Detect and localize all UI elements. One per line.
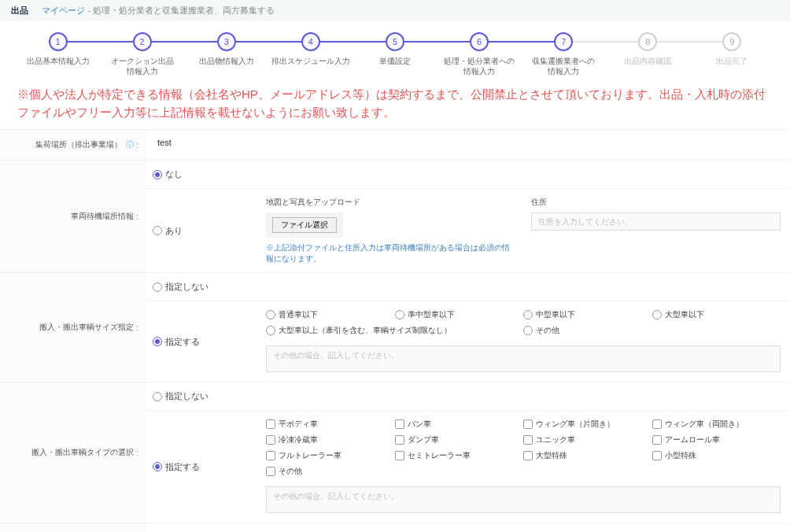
type-opt[interactable]: フルトレーラー車 — [266, 450, 395, 461]
type-other-input[interactable] — [266, 486, 781, 513]
step-4: 4排出スケジュール入力 — [268, 32, 353, 66]
size-opt[interactable]: 中型車以下 — [523, 309, 652, 320]
radio-type-nospec[interactable]: 指定しない — [153, 390, 209, 402]
step-5: 5単価設定 — [353, 32, 437, 66]
pickup-value: test — [146, 130, 790, 160]
size-opt[interactable]: その他 — [523, 325, 652, 336]
size-other-input[interactable] — [266, 345, 781, 372]
label-loadreq: 収集運搬業者へ積込み依頼: — [0, 523, 146, 532]
type-opt[interactable]: その他 — [266, 466, 395, 477]
label-parking: 車両待機場所情報: — [0, 161, 146, 272]
address-input[interactable] — [531, 212, 781, 231]
step-8: 8出品内容確認 — [606, 32, 690, 66]
type-opt[interactable]: セミトレーラー車 — [395, 450, 524, 461]
type-opt[interactable]: ユニック車 — [523, 434, 652, 445]
size-opt[interactable]: 大型車以下 — [652, 309, 781, 320]
type-opt[interactable]: 小型特殊 — [652, 450, 781, 461]
upload-title: 地図と写真をアップロード — [266, 197, 515, 208]
radio-size-nospec[interactable]: 指定しない — [153, 281, 209, 293]
type-opt[interactable]: 冷凍冷蔵車 — [266, 434, 395, 445]
label-type: 搬入・搬出車輌タイプの選択: — [0, 382, 146, 523]
step-3: 3出品物情報入力 — [184, 32, 268, 66]
type-opt[interactable]: アームロール車 — [652, 434, 781, 445]
label-pickup: 集荷場所（排出事業場） ⓘ: — [0, 130, 146, 160]
breadcrumb-text: - 処理・処分業者と収集運搬業者、両方募集する — [87, 6, 275, 15]
breadcrumb: 出品 マイページ - 処理・処分業者と収集運搬業者、両方募集する — [0, 0, 790, 21]
breadcrumb-brand: 出品 — [11, 6, 28, 15]
step-2: 2オークション出品 情報入力 — [100, 32, 184, 76]
parking-note: ※上記添付ファイルと住所入力は車両待機場所がある場合は必須の情報になります。 — [266, 242, 515, 264]
radio-size-spec[interactable]: 指定する — [153, 336, 200, 348]
step-1: 1出品基本情報入力 — [16, 32, 100, 66]
step-7: 7収集運搬業者への 情報入力 — [522, 32, 606, 76]
step-6: 6処理・処分業者への 情報入力 — [437, 32, 522, 76]
address-title: 住所 — [531, 197, 781, 208]
warning-text: ※個人や法人が特定できる情報（会社名やHP、メールアドレス等）は契約するまで、公… — [0, 83, 790, 129]
type-opt[interactable]: ウィング車（両開き） — [652, 419, 781, 430]
size-opt[interactable]: 大型車以上（牽引を含む、車輌サイズ制限なし） — [266, 325, 523, 336]
radio-type-spec[interactable]: 指定する — [153, 461, 200, 473]
type-opt[interactable]: 大型特殊 — [523, 450, 652, 461]
type-opt[interactable]: ウィング車（片開き） — [523, 419, 652, 430]
radio-parking-yes[interactable]: あり — [153, 225, 183, 237]
type-opt[interactable]: 平ボディ車 — [266, 419, 395, 430]
label-size: 搬入・搬出車輌サイズ指定: — [0, 273, 146, 382]
breadcrumb-mypage-link[interactable]: マイページ — [42, 6, 85, 15]
size-opt[interactable]: 普通車以下 — [266, 309, 395, 320]
size-opt[interactable]: 準中型車以下 — [395, 309, 524, 320]
type-opt[interactable]: ダンプ車 — [395, 434, 524, 445]
type-opt[interactable]: バン車 — [395, 419, 524, 430]
stepper: 1出品基本情報入力2オークション出品 情報入力3出品物情報入力4排出スケジュール… — [0, 21, 790, 83]
step-9: 9出品完了 — [690, 32, 774, 66]
file-select-button[interactable]: ファイル選択 — [272, 217, 337, 233]
radio-parking-none[interactable]: なし — [153, 168, 183, 180]
